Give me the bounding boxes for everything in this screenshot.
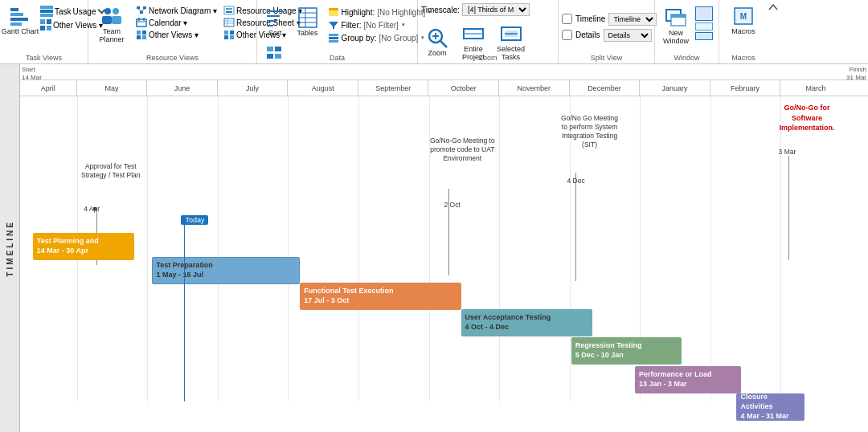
hide-button[interactable] (695, 22, 713, 31)
task-bar-performance[interactable]: Performance or Load 13 Jan - 3 Mar (635, 366, 741, 393)
svg-rect-55 (329, 34, 338, 36)
ribbon-collapse-button[interactable] (768, 0, 782, 63)
resource-views-other-button[interactable]: Other Views ▾ (133, 29, 219, 40)
task-closure-label: Closure Activities (740, 393, 800, 411)
main-area: TIMELINE Start14 Mar Finish31 Mar April … (0, 64, 868, 432)
ribbon-group-zoom: Timescale: [4] Thirds of M Zoom (418, 0, 559, 63)
ribbon-group-window: NewWindow Window (655, 0, 719, 63)
month-november: November (499, 80, 570, 96)
svg-rect-69 (671, 14, 686, 18)
ribbon-group-split-view: Timeline Timeline Details Details Split … (559, 0, 655, 63)
task-functional-dates: 17 Jul - 3 Oct (304, 296, 457, 306)
highlight-label: Highlight: (342, 8, 375, 17)
new-window-button[interactable]: NewWindow (658, 5, 694, 47)
task-bar-regression[interactable]: Regression Testing 5 Dec - 10 Jan (571, 337, 682, 365)
ribbon-group-data: Sort Outline (257, 0, 418, 63)
timeline-select[interactable]: Timeline (608, 13, 657, 26)
month-april: April (20, 80, 77, 96)
callout-uat-date: 2 Oct (444, 201, 461, 209)
svg-rect-31 (224, 18, 234, 26)
month-september: September (358, 80, 429, 96)
svg-rect-28 (224, 6, 234, 14)
svg-rect-52 (329, 10, 338, 16)
macros-button[interactable]: M Macros (726, 3, 761, 37)
gantt-chart-button[interactable]: Gantt Chart (3, 3, 37, 37)
ribbon-group-resource-views: TeamPlanner Network Diagram ▾ Calendar ▾… (88, 0, 257, 63)
svg-rect-27 (142, 35, 146, 39)
sort-icon (264, 6, 286, 29)
month-june: June (147, 80, 218, 96)
window-group-label: Window (655, 54, 719, 62)
grid-line-june (147, 96, 148, 401)
svg-rect-44 (275, 47, 281, 51)
macros-group-label: Macros (719, 54, 768, 62)
team-planner-button[interactable]: TeamPlanner (92, 3, 132, 45)
task-closure-dates: 4 Mar - 31 Mar (740, 412, 800, 422)
svg-rect-1 (10, 13, 23, 16)
today-marker: Today (181, 215, 208, 225)
ribbon: Gantt Chart Task Usage Other Views ▾ Tas… (0, 0, 868, 64)
grid-line-aug (288, 96, 289, 401)
month-july: July (218, 80, 289, 96)
svg-rect-2 (10, 18, 28, 21)
callout-uat-promote: Go/No-Go Meeting topromote code to UATEn… (410, 137, 514, 163)
ribbon-group-macros: M Macros Macros (719, 0, 768, 63)
callout-sit-date: 4 Dec (567, 177, 584, 185)
svg-rect-8 (47, 19, 51, 24)
month-ruler: Start14 Mar Finish31 Mar (20, 64, 868, 80)
svg-rect-17 (140, 11, 143, 14)
resource-views-label: Resource Views (88, 54, 256, 62)
svg-rect-53 (329, 8, 338, 10)
tables-button[interactable]: Tables (293, 5, 322, 39)
calendar-button[interactable]: Calendar ▾ (133, 17, 219, 28)
gantt-canvas: Today Approval for TestStrategy / Test P… (20, 96, 868, 401)
task-uat-label: User Acceptance Testing (465, 313, 589, 323)
svg-text:M: M (740, 12, 747, 21)
sort-button[interactable]: Sort (260, 5, 289, 39)
svg-rect-29 (226, 8, 232, 10)
tables-icon (297, 6, 319, 29)
timeline-checkbox[interactable] (562, 14, 572, 24)
month-december: December (570, 80, 641, 96)
start-label: Start14 Mar (22, 66, 42, 81)
svg-line-19 (141, 9, 145, 11)
svg-rect-3 (10, 22, 22, 26)
timescale-select[interactable]: [4] Thirds of M (462, 3, 530, 16)
task-prep-dates: 1 May - 16 Jul (157, 271, 296, 280)
arrange-all-button[interactable] (695, 6, 713, 21)
details-checkbox[interactable] (562, 30, 572, 40)
svg-line-18 (138, 9, 141, 11)
svg-marker-54 (329, 22, 338, 29)
month-january: January (640, 80, 710, 96)
task-bar-closure[interactable]: Closure Activities 4 Mar - 31 Mar (736, 393, 804, 421)
group-by-label: Group by: (342, 34, 377, 43)
svg-rect-26 (137, 35, 141, 39)
callout-approval-date: 4 Apr (84, 205, 100, 213)
details-check-label: Details (575, 31, 600, 39)
group-by-value: [No Group] (379, 34, 418, 43)
macros-label: Macros (731, 27, 755, 35)
timeline-body: TIMELINE Start14 Mar Finish31 Mar April … (0, 64, 868, 432)
task-regression-dates: 5 Dec - 10 Jan (575, 351, 678, 361)
task-bar-uat[interactable]: User Acceptance Testing 4 Oct - 4 Dec (461, 309, 593, 336)
task-functional-label: Functional Test Execution (304, 287, 457, 296)
svg-rect-9 (40, 26, 45, 31)
task-usage-label: Task (55, 7, 72, 16)
team-planner-icon (100, 5, 123, 27)
month-may: May (77, 80, 148, 96)
switch-windows-button[interactable] (695, 32, 713, 40)
finish-label: Finish31 Mar (846, 66, 866, 81)
data-group-label: Data (257, 54, 417, 62)
gantt-area[interactable]: Start14 Mar Finish31 Mar April May June … (20, 64, 868, 432)
task-regression-label: Regression Testing (575, 341, 678, 351)
zoom-icon (426, 26, 448, 49)
team-planner-label: TeamPlanner (99, 27, 124, 43)
details-select[interactable]: Details (604, 29, 652, 42)
gantt-chart-label: Gantt Chart (2, 27, 39, 35)
task-performance-dates: 13 Jan - 3 Mar (639, 380, 737, 389)
task-bar-functional-test[interactable]: Functional Test Execution 17 Jul - 3 Oct (300, 283, 461, 310)
task-bar-test-preparation[interactable]: Test Preparation 1 May - 16 Jul (152, 257, 301, 284)
task-bar-test-planning[interactable]: Test Planning and 14 Mar - 30 Apr (33, 233, 135, 260)
network-diagram-button[interactable]: Network Diagram ▾ (133, 5, 219, 16)
svg-rect-5 (40, 10, 53, 13)
